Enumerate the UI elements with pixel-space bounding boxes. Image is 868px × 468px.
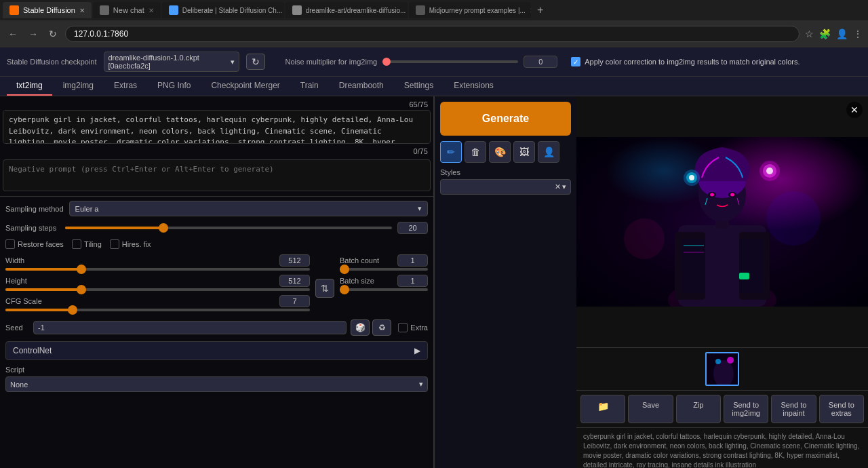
svg-point-28 bbox=[624, 218, 665, 259]
tab-extensions[interactable]: Extensions bbox=[444, 77, 503, 96]
svg-point-17 bbox=[710, 193, 714, 197]
batch-size-slider[interactable] bbox=[340, 288, 428, 291]
right-toolbar: Generate ✏ 🗑 🎨 🖼 👤 Styles bbox=[434, 96, 576, 468]
batch-count-value[interactable]: 1 bbox=[397, 254, 428, 267]
refresh-icon: ↻ bbox=[252, 56, 260, 67]
tab-close-chat[interactable]: ✕ bbox=[149, 7, 154, 14]
cfg-slider[interactable] bbox=[5, 309, 310, 311]
height-slider[interactable] bbox=[5, 288, 310, 291]
seed-dice-button[interactable]: 🎲 bbox=[351, 319, 370, 336]
tiling-checkbox[interactable]: Tiling bbox=[72, 239, 102, 249]
dimensions-section: Width 512 Height 51 bbox=[5, 254, 310, 315]
tab-close-sd[interactable]: ✕ bbox=[79, 7, 85, 14]
styles-dropdown-icon[interactable]: ▾ bbox=[562, 182, 566, 191]
seed-reuse-button[interactable]: ♻ bbox=[372, 319, 391, 336]
noise-slider-thumb bbox=[382, 58, 391, 66]
prompt-input[interactable] bbox=[3, 110, 431, 144]
tab-favicon-dreamlike bbox=[292, 5, 302, 15]
delete-icon-button[interactable]: 🗑 bbox=[465, 141, 486, 163]
save-button[interactable]: Save bbox=[628, 395, 673, 423]
folder-button[interactable]: 📁 bbox=[580, 395, 625, 423]
menu-icon[interactable]: ⋮ bbox=[853, 28, 863, 39]
seed-input[interactable] bbox=[33, 321, 347, 334]
checkpoint-select[interactable]: dreamlike-diffusion-1.0.ckpt [0aecbcfa2c… bbox=[104, 52, 239, 72]
tab-checkpoint-merger[interactable]: Checkpoint Merger bbox=[201, 77, 289, 96]
tab-deliberate[interactable]: Deliberate | Stable Diffusion Ch... ✕ bbox=[162, 2, 284, 18]
tab-extras[interactable]: Extras bbox=[104, 77, 146, 96]
close-image-button[interactable]: ✕ bbox=[846, 102, 863, 118]
sampling-method-value: Euler a bbox=[75, 205, 99, 213]
dice-icon: 🎲 bbox=[355, 323, 366, 332]
url-input[interactable]: 127.0.0.1:7860 bbox=[65, 26, 800, 42]
person-icon-button[interactable]: 👤 bbox=[538, 141, 559, 163]
image-icon-button[interactable]: 🖼 bbox=[513, 141, 535, 163]
negative-prompt-input[interactable] bbox=[3, 159, 431, 191]
tab-new-chat[interactable]: New chat ✕ bbox=[93, 2, 161, 18]
script-select[interactable]: None ▾ bbox=[5, 376, 428, 392]
noise-slider[interactable] bbox=[382, 60, 518, 63]
palette-icon-button[interactable]: 🎨 bbox=[489, 141, 511, 163]
top-bar: Stable Diffusion checkpoint dreamlike-di… bbox=[0, 47, 868, 77]
batch-count-slider[interactable] bbox=[340, 268, 428, 271]
cfg-header: CFG Scale 7 bbox=[5, 295, 310, 307]
width-slider[interactable] bbox=[5, 268, 310, 271]
tab-dreambooth[interactable]: Dreambooth bbox=[330, 77, 393, 96]
send-to-img2img-button[interactable]: Send toimg2img bbox=[724, 395, 768, 423]
tab-label-chat: New chat bbox=[113, 6, 144, 14]
sampling-steps-value[interactable]: 20 bbox=[397, 222, 428, 234]
controlnet-label: ControlNet bbox=[13, 346, 52, 355]
star-icon[interactable]: ☆ bbox=[805, 28, 814, 39]
checkpoint-refresh-button[interactable]: ↻ bbox=[246, 54, 265, 70]
restore-faces-checkbox[interactable]: Restore faces bbox=[5, 239, 64, 249]
tab-img2img[interactable]: img2img bbox=[54, 77, 103, 96]
tab-txt2img-label: txt2img bbox=[16, 81, 43, 90]
width-value[interactable]: 512 bbox=[279, 254, 310, 267]
noise-value[interactable]: 0 bbox=[524, 56, 557, 68]
tab-midjourney[interactable]: Midjourney prompt examples |... ✕ bbox=[409, 2, 531, 18]
new-tab-button[interactable]: + bbox=[532, 2, 549, 18]
styles-label: Styles bbox=[440, 168, 571, 176]
styles-clear-icon[interactable]: ✕ bbox=[555, 182, 561, 191]
generate-button[interactable]: Generate bbox=[440, 102, 571, 136]
send-to-extras-button[interactable]: Send to extras bbox=[819, 395, 864, 423]
forward-button[interactable]: → bbox=[26, 27, 41, 41]
hires-fix-checkbox[interactable]: Hires. fix bbox=[110, 239, 151, 249]
extra-check bbox=[398, 323, 408, 332]
zip-button[interactable]: Zip bbox=[676, 395, 721, 423]
profile-icon[interactable]: 👤 bbox=[836, 28, 848, 39]
thumbnail-1[interactable] bbox=[705, 352, 739, 386]
batch-size-value[interactable]: 1 bbox=[397, 275, 428, 287]
tab-settings[interactable]: Settings bbox=[395, 77, 443, 96]
color-correction-checkbox[interactable]: ✓ bbox=[571, 57, 580, 66]
tab-png-info[interactable]: PNG Info bbox=[148, 77, 200, 96]
svg-rect-7 bbox=[682, 239, 705, 293]
checkpoint-value: dreamlike-diffusion-1.0.ckpt [0aecbcfa2c… bbox=[108, 54, 231, 70]
controlnet-section[interactable]: ControlNet ▶ bbox=[5, 341, 428, 360]
app-container: Stable Diffusion checkpoint dreamlike-di… bbox=[0, 47, 868, 468]
tab-close-midjourney[interactable]: ✕ bbox=[530, 7, 531, 14]
refresh-button[interactable]: ↻ bbox=[46, 27, 60, 41]
styles-select[interactable]: ✕ ▾ bbox=[440, 179, 571, 195]
controlnet-arrow-icon: ▶ bbox=[414, 346, 420, 355]
extensions-icon[interactable]: 🧩 bbox=[819, 28, 831, 39]
tab-dreamlike[interactable]: dreamlike-art/dreamlike-diffusio... ✕ bbox=[285, 2, 408, 18]
height-value[interactable]: 512 bbox=[279, 275, 310, 287]
tiling-label: Tiling bbox=[84, 240, 102, 248]
extra-checkbox[interactable]: Extra bbox=[398, 323, 428, 332]
send-to-inpaint-button[interactable]: Send toinpaint bbox=[771, 395, 816, 423]
sampling-method-select[interactable]: Euler a ▾ bbox=[69, 201, 428, 216]
cfg-value[interactable]: 7 bbox=[279, 295, 310, 307]
tab-stable-diffusion[interactable]: Stable Diffusion ✕ bbox=[3, 2, 92, 18]
batch-count-thumb bbox=[340, 265, 349, 274]
swap-dimensions-button[interactable]: ⇅ bbox=[315, 279, 334, 298]
sampling-steps-label: Sampling steps bbox=[5, 224, 60, 232]
height-fill bbox=[5, 288, 81, 291]
back-button[interactable]: ← bbox=[5, 27, 20, 41]
checkpoint-label: Stable Diffusion checkpoint bbox=[7, 58, 97, 66]
tab-train[interactable]: Train bbox=[291, 77, 328, 96]
edit-icon-button[interactable]: ✏ bbox=[440, 141, 462, 163]
tab-txt2img[interactable]: txt2img bbox=[7, 77, 52, 96]
tab-label-midjourney: Midjourney prompt examples |... bbox=[429, 7, 526, 14]
tab-train-label: Train bbox=[300, 81, 319, 90]
sampling-steps-slider[interactable] bbox=[65, 227, 392, 229]
